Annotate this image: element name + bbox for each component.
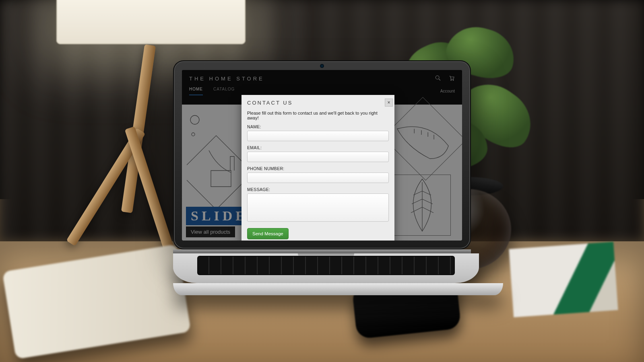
laptop-keys xyxy=(197,256,455,275)
desk-lamp-shade xyxy=(56,0,246,44)
label-email: EMAIL: xyxy=(247,145,389,150)
webcam-icon xyxy=(320,64,324,68)
svg-point-0 xyxy=(436,76,439,79)
laptop-screen: THE HOME STORE HOME CATALOG xyxy=(182,70,462,241)
label-name: NAME: xyxy=(247,124,389,129)
laptop-base xyxy=(173,283,503,295)
message-field[interactable] xyxy=(247,193,389,222)
nav-catalog[interactable]: CATALOG xyxy=(213,87,235,95)
phone-field[interactable] xyxy=(247,173,389,183)
email-field[interactable] xyxy=(247,152,389,162)
svg-point-2 xyxy=(451,80,452,80)
product-sketch-feather xyxy=(394,175,451,236)
cart-icon[interactable] xyxy=(448,75,455,82)
svg-point-4 xyxy=(190,115,199,124)
view-all-products-button[interactable]: View all products xyxy=(186,226,235,237)
site-topbar: THE HOME STORE xyxy=(182,70,462,87)
account-link[interactable]: Account xyxy=(440,89,455,93)
svg-line-1 xyxy=(439,79,440,80)
search-icon[interactable] xyxy=(435,75,441,82)
contact-modal: CONTACT US × Please fill out this form t… xyxy=(242,95,394,241)
site-brand[interactable]: THE HOME STORE xyxy=(189,76,264,82)
laptop-lid: THE HOME STORE HOME CATALOG xyxy=(173,60,471,249)
label-message: MESSAGE: xyxy=(247,187,389,192)
label-phone: PHONE NUMBER: xyxy=(247,166,389,171)
storefront-site: THE HOME STORE HOME CATALOG xyxy=(182,70,462,241)
close-icon[interactable]: × xyxy=(385,99,393,107)
nav-home[interactable]: HOME xyxy=(189,87,203,95)
small-box xyxy=(509,242,618,317)
send-message-button[interactable]: Send Message xyxy=(247,228,289,239)
modal-title: CONTACT US xyxy=(242,95,298,108)
modal-intro-text: Please fill out this form to contact us … xyxy=(247,111,389,120)
name-field[interactable] xyxy=(247,131,389,141)
svg-point-3 xyxy=(453,80,454,80)
svg-point-5 xyxy=(192,133,195,136)
laptop-keyboard-deck xyxy=(173,253,479,283)
laptop: THE HOME STORE HOME CATALOG xyxy=(173,60,471,295)
